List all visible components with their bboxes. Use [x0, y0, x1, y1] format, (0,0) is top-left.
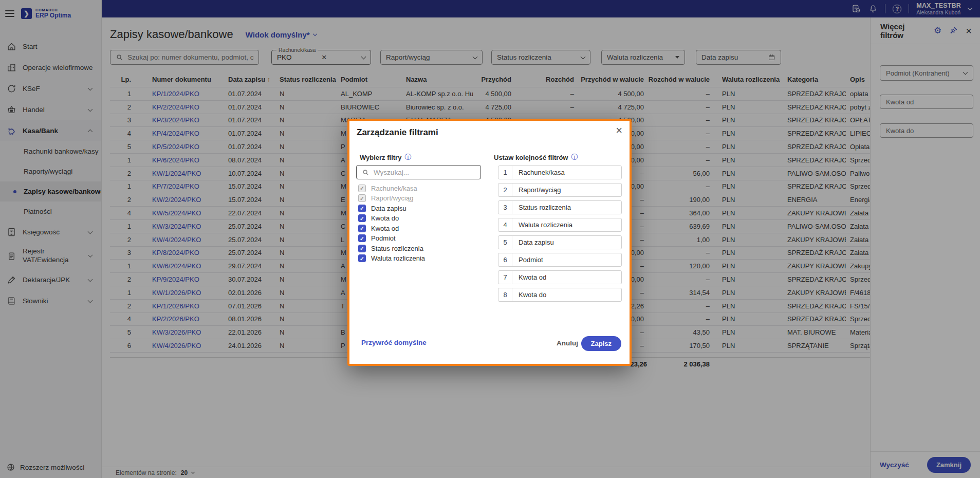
modal-search-input[interactable]	[374, 169, 475, 176]
checkbox-icon: ✓	[358, 214, 366, 222]
filter-checkbox-waluta-rozliczenia[interactable]: ✓Waluta rozliczenia	[358, 254, 425, 263]
checkbox-label: Kwota od	[371, 225, 399, 232]
filter-checkbox-podmiot[interactable]: ✓Podmiot	[358, 234, 425, 243]
order-number: 4	[498, 218, 512, 231]
checkbox-label: Status rozliczenia	[371, 245, 423, 252]
order-label: Status rozliczenia	[512, 204, 571, 211]
checkbox-label: Podmiot	[371, 234, 396, 242]
info-icon[interactable]: ⓘ	[571, 153, 578, 162]
search-icon	[362, 169, 369, 176]
modal-search-wrap	[356, 165, 481, 179]
filter-checkbox-status-rozliczenia[interactable]: ✓Status rozliczenia	[358, 244, 425, 252]
checkbox-icon: ✓	[358, 234, 366, 242]
cancel-button[interactable]: Anuluj	[557, 339, 578, 347]
filter-order-item-2[interactable]: 2Raport/wyciąg	[498, 183, 622, 197]
checkbox-label: Data zapisu	[371, 205, 406, 212]
order-label: Waluta rozliczenia	[512, 221, 572, 229]
order-label: Rachunek/kasa	[512, 169, 565, 176]
checkbox-icon: ✓	[358, 245, 366, 252]
filter-order-item-1[interactable]: 1Rachunek/kasa	[498, 166, 622, 179]
choose-filters-heading: Wybierz filtry ⓘ	[360, 153, 411, 162]
order-number: 1	[498, 166, 512, 179]
order-number: 5	[498, 236, 512, 249]
order-label: Data zapisu	[512, 238, 554, 246]
app-window: ❯ COMARCH ERP Optima StartOperacje wielo…	[0, 0, 980, 478]
modal-title: Zarządzanie filtrami	[357, 127, 438, 138]
order-number: 3	[498, 201, 512, 214]
filter-order-heading: Ustaw kolejność filtrów ⓘ	[494, 153, 578, 162]
checkbox-label: Waluta rozliczenia	[371, 254, 425, 262]
filter-order-item-5[interactable]: 5Data zapisu	[498, 235, 622, 249]
order-number: 8	[498, 288, 512, 301]
order-number: 2	[498, 183, 512, 196]
checkbox-label: Kwota do	[371, 214, 399, 222]
filter-checkbox-kwota-od[interactable]: ✓Kwota od	[358, 224, 425, 232]
filter-checkbox-rachunek-kasa: ✓Rachunek/kasa	[358, 184, 425, 192]
order-number: 6	[498, 253, 512, 266]
close-icon[interactable]: ×	[616, 125, 622, 136]
restore-defaults-button[interactable]: Przywróć domyślne	[361, 339, 427, 346]
order-number: 7	[498, 271, 512, 284]
checkbox-icon: ✓	[358, 254, 366, 262]
filter-checkbox-kwota-do[interactable]: ✓Kwota do	[358, 214, 425, 223]
filter-order-list: 1Rachunek/kasa2Raport/wyciąg3Status rozl…	[498, 166, 622, 302]
filter-order-item-4[interactable]: 4Waluta rozliczenia	[498, 218, 622, 232]
order-label: Raport/wyciąg	[512, 186, 561, 194]
filter-order-item-6[interactable]: 6Podmiot	[498, 253, 622, 267]
save-button[interactable]: Zapisz	[581, 336, 621, 351]
filter-management-modal: Zarządzanie filtrami × Wybierz filtry ⓘ …	[347, 119, 632, 366]
info-icon[interactable]: ⓘ	[404, 153, 411, 162]
checkbox-label: Rachunek/kasa	[371, 185, 417, 192]
filter-checkbox-raport-wyciąg: ✓Raport/wyciąg	[358, 194, 425, 203]
checkbox-label: Raport/wyciąg	[371, 194, 413, 202]
filter-order-item-7[interactable]: 7Kwota od	[498, 270, 622, 284]
filter-order-item-8[interactable]: 8Kwota do	[498, 288, 622, 302]
filter-checkbox-list: ✓Rachunek/kasa✓Raport/wyciąg✓Data zapisu…	[358, 184, 425, 263]
filter-checkbox-data-zapisu[interactable]: ✓Data zapisu	[358, 204, 425, 212]
checkbox-icon: ✓	[358, 205, 366, 212]
filter-order-item-3[interactable]: 3Status rozliczenia	[498, 200, 622, 214]
order-label: Kwota do	[512, 291, 546, 299]
checkbox-icon: ✓	[358, 194, 366, 202]
order-label: Podmiot	[512, 256, 543, 264]
checkbox-icon: ✓	[358, 225, 366, 232]
order-label: Kwota od	[512, 273, 546, 281]
checkbox-icon: ✓	[358, 185, 366, 192]
